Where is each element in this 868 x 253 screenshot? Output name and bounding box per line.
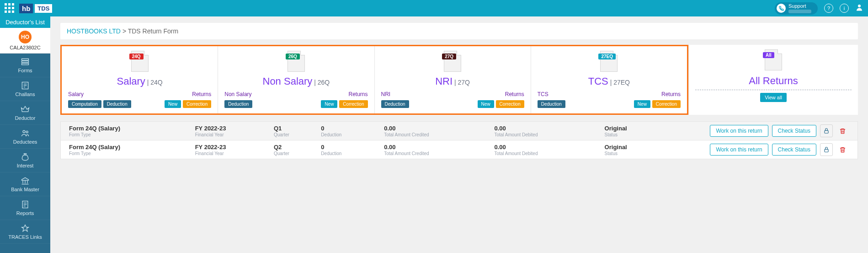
logo-tds: TDS [35, 4, 52, 13]
nav-label: Deductor [15, 115, 36, 121]
nav-interest[interactable]: Interest [0, 149, 50, 172]
main-content: HOSTBOOKS LTD > TDS Return Form 24Q Sala… [50, 16, 868, 253]
table-row: Form 24Q (Salary)Form Type FY 2022-23Fin… [61, 140, 857, 159]
doc-icon: 27Q [444, 51, 461, 72]
apps-grid-icon[interactable] [5, 3, 15, 13]
deductor-list-header: Deductor's List [0, 16, 50, 28]
correction-button[interactable]: Correction [183, 100, 211, 108]
deduction-button[interactable]: Deduction [103, 100, 131, 108]
svg-rect-21 [825, 149, 828, 152]
nav-deductor[interactable]: Deductor [0, 101, 50, 125]
card-all-returns: All All Returns View all [688, 45, 858, 115]
svg-rect-2 [22, 61, 29, 62]
form-tag: 27Q [442, 54, 456, 59]
lock-icon[interactable] [820, 124, 833, 137]
logo[interactable]: hb TDS [19, 4, 52, 13]
support-chip[interactable]: Support [775, 2, 818, 15]
users-icon [20, 129, 30, 138]
reports-icon [20, 200, 30, 209]
form-tag: 27EQ [598, 54, 616, 59]
user-icon[interactable] [855, 3, 863, 14]
card-left-label: NRI [381, 91, 391, 97]
breadcrumb-link[interactable]: HOSTBOOKS LTD [67, 27, 121, 35]
card-title: Non Salary | 26Q [224, 75, 367, 87]
new-button[interactable]: New [634, 100, 650, 108]
highlight-box: 24Q Salary | 24Q Salary Returns Computat… [60, 45, 688, 115]
deduction-button[interactable]: Deduction [381, 100, 409, 108]
help-icon[interactable]: ? [824, 4, 833, 13]
bank-icon [20, 176, 30, 185]
card-left-label: Salary [68, 91, 84, 97]
nav-label: Reports [16, 210, 34, 216]
phone-icon [777, 4, 786, 13]
new-button[interactable]: New [321, 100, 337, 108]
card-right-label: Returns [192, 91, 211, 97]
card-right-label: Returns [348, 91, 367, 97]
trash-icon[interactable] [836, 124, 849, 137]
view-all-button[interactable]: View all [760, 93, 787, 102]
nav-label: Forms [18, 68, 32, 73]
svg-rect-1 [22, 59, 29, 60]
nav-label: Bank Master [11, 187, 39, 192]
nav-deductees[interactable]: Deductees [0, 125, 50, 149]
returns-table: Form 24Q (Salary)Form Type FY 2022-23Fin… [60, 121, 858, 159]
check-status-button[interactable]: Check Status [772, 144, 816, 156]
card-title: NRI | 27Q [381, 75, 524, 87]
nav-forms[interactable]: Forms [0, 54, 50, 77]
computation-button[interactable]: Computation [68, 100, 101, 108]
correction-button[interactable]: Correction [339, 100, 367, 108]
nav-challans[interactable]: Challans [0, 77, 50, 101]
deductor-card[interactable]: HO CALA23802C [0, 28, 50, 54]
nav-traces[interactable]: TRACES Links [0, 220, 50, 244]
form-tag: All [763, 52, 774, 58]
nav-label: TRACES Links [8, 234, 42, 240]
all-returns-title: All Returns [695, 75, 852, 90]
correction-button[interactable]: Correction [652, 100, 681, 108]
svg-point-9 [26, 131, 28, 133]
lock-icon[interactable] [820, 143, 833, 156]
cell-deduction: 0 [321, 144, 377, 151]
info-icon[interactable]: i [840, 4, 849, 13]
forms-icon [20, 57, 30, 66]
doc-icon: All [765, 49, 782, 70]
nav-label: Interest [17, 163, 34, 168]
deduction-button[interactable]: Deduction [224, 100, 252, 108]
cell-deduction: 0 [321, 125, 377, 132]
correction-button[interactable]: Correction [496, 100, 524, 108]
check-status-button[interactable]: Check Status [772, 125, 816, 137]
link-icon [20, 224, 30, 233]
cell-quarter: Q2 [274, 144, 314, 151]
doc-icon: 27EQ [600, 51, 618, 72]
nav-label: Challans [16, 92, 35, 97]
card-title: TCS | 27EQ [538, 75, 681, 87]
work-on-return-button[interactable]: Work on this return [710, 125, 768, 137]
cell-debited: 0.00 [494, 144, 597, 151]
avatar: HO [19, 31, 32, 43]
cell-formtype: Form 24Q (Salary) [69, 144, 188, 151]
nav-label: Deductees [13, 139, 37, 145]
card-left-label: Non Salary [224, 91, 251, 97]
cell-fy: FY 2022-23 [195, 125, 266, 132]
trash-icon[interactable] [836, 143, 849, 156]
svg-point-8 [23, 130, 25, 133]
cell-status: Original [605, 144, 660, 151]
card-nri: 27Q NRI | 27Q NRI Returns Deduction [375, 46, 531, 113]
support-number-redacted [788, 10, 811, 13]
deduction-button[interactable]: Deduction [538, 100, 565, 108]
new-button[interactable]: New [478, 100, 494, 108]
form-tag: 24Q [129, 54, 144, 59]
card-title: Salary | 24Q [68, 75, 211, 87]
card-left-label: TCS [538, 91, 548, 97]
crown-icon [20, 105, 30, 114]
nav-reports[interactable]: Reports [0, 196, 50, 220]
card-salary: 24Q Salary | 24Q Salary Returns Computat… [62, 46, 218, 113]
work-on-return-button[interactable]: Work on this return [710, 144, 768, 156]
card-tcs: 27EQ TCS | 27EQ TCS Returns Deduction [531, 46, 687, 113]
nav-bankmaster[interactable]: Bank Master [0, 172, 50, 196]
new-button[interactable]: New [165, 100, 181, 108]
cell-credited: 0.00 [384, 125, 487, 132]
cell-credited: 0.00 [384, 144, 487, 151]
doc-icon: 26Q [288, 51, 305, 72]
card-nonsalary: 26Q Non Salary | 26Q Non Salary Returns … [218, 46, 374, 113]
cell-debited: 0.00 [494, 125, 597, 132]
